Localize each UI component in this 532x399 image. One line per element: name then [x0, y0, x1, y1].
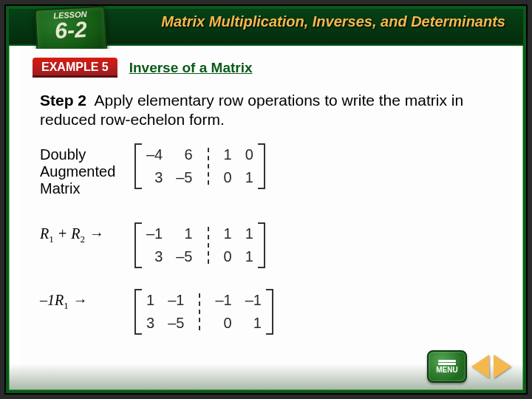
matrix-1: –43 6–5 10 01: [134, 143, 265, 189]
next-button[interactable]: [494, 355, 511, 378]
matrix-3: 13 –1–5 –10 –11: [134, 289, 273, 335]
example-subtitle: Inverse of a Matrix: [129, 60, 253, 76]
example-tab: EXAMPLE 5: [33, 58, 117, 78]
matrix-2: –13 1–5 10 11: [134, 222, 265, 268]
step-text: Step 2 Apply elementary row operations t…: [40, 91, 492, 130]
menu-label: MENU: [436, 366, 457, 374]
step-label: Step 2: [40, 92, 86, 109]
row-label-op2: –1R1 →: [40, 289, 134, 312]
matrix-row: Doubly Augmented Matrix –43 6–5 10 01: [40, 143, 513, 197]
row-label-op1: R1 + R2 →: [40, 222, 134, 245]
content-area: EXAMPLE 5 Inverse of a Matrix Step 2 App…: [19, 49, 513, 380]
top-bar: LESSON 6-2 Matrix Multiplication, Invers…: [9, 9, 523, 46]
matrix-row: R1 + R2 → –13 1–5 10 11: [40, 222, 513, 268]
chapter-title: Matrix Multiplication, Inverses, and Det…: [161, 13, 505, 30]
nav-controls: MENU: [427, 350, 511, 383]
step-body: Apply elementary row operations to write…: [40, 92, 463, 128]
row-label-doubly: Doubly Augmented Matrix: [40, 143, 134, 197]
prev-button[interactable]: [471, 355, 489, 378]
slide: LESSON 6-2 Matrix Multiplication, Invers…: [6, 6, 526, 393]
menu-button[interactable]: MENU: [427, 350, 467, 383]
matrix-row: –1R1 → 13 –1–5 –10 –11: [40, 289, 513, 335]
lesson-number: 6-2: [54, 17, 87, 43]
example-header: EXAMPLE 5 Inverse of a Matrix: [33, 58, 513, 78]
